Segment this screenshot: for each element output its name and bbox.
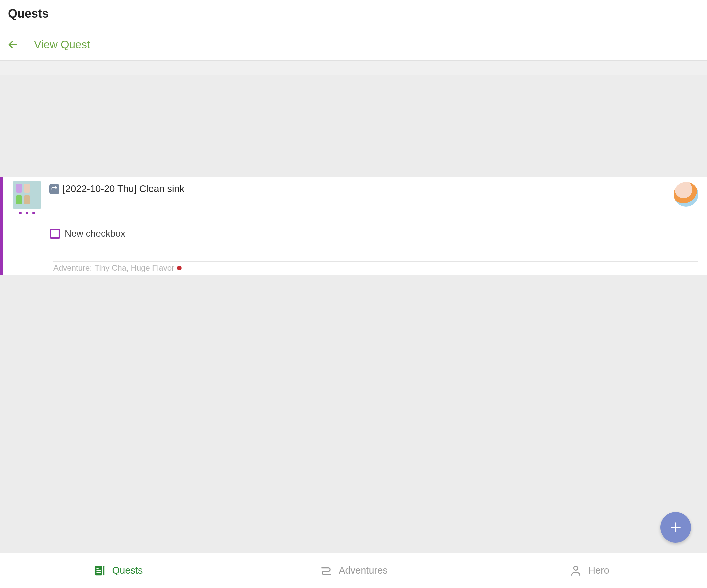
adventure-line[interactable]: Adventure: Tiny Cha, Huge Flavor [53, 263, 181, 273]
repeat-icon [49, 184, 59, 194]
nav-label-quests: Quests [112, 565, 143, 576]
nav-label-hero: Hero [588, 565, 609, 576]
subheader: View Quest [0, 29, 707, 61]
adventure-emoji-icon [177, 266, 181, 270]
svg-point-8 [574, 566, 578, 570]
nav-item-quests[interactable]: Quests [0, 553, 236, 588]
nav-label-adventures: Adventures [339, 565, 388, 576]
checkbox-row: New checkbox [3, 214, 707, 239]
quest-header: [2022-10-20 Thu] Clean sink [3, 177, 707, 214]
adventure-prefix: Adventure: [53, 263, 92, 273]
content-area: [2022-10-20 Thu] Clean sink New checkbox… [0, 75, 707, 553]
quest-thumb-wrap [13, 181, 41, 214]
hero-icon [569, 564, 582, 577]
svg-rect-7 [96, 572, 101, 573]
svg-rect-4 [103, 566, 104, 575]
quest-title-area: [2022-10-20 Thu] Clean sink [41, 181, 674, 194]
more-dots-icon[interactable] [19, 212, 35, 214]
page-header: Quests [0, 0, 707, 29]
nav-item-hero[interactable]: Hero [471, 553, 707, 588]
add-button[interactable] [660, 512, 691, 543]
quest-card[interactable]: [2022-10-20 Thu] Clean sink New checkbox… [0, 177, 707, 275]
back-arrow-icon[interactable] [7, 39, 18, 50]
task-checkbox-label: New checkbox [65, 228, 125, 239]
divider [53, 261, 698, 262]
task-checkbox[interactable] [50, 229, 60, 239]
svg-rect-5 [96, 568, 98, 569]
svg-rect-6 [96, 570, 101, 571]
quest-title: [2022-10-20 Thu] Clean sink [63, 183, 184, 194]
assignee-avatar[interactable] [674, 182, 698, 207]
nav-item-adventures[interactable]: Adventures [236, 553, 471, 588]
subheader-title: View Quest [34, 38, 90, 51]
quests-icon [93, 564, 106, 577]
bottom-nav: Quests Adventures Hero [0, 553, 707, 588]
page-title: Quests [8, 7, 699, 21]
adventures-icon [319, 564, 333, 577]
quest-thumbnail[interactable] [13, 181, 41, 209]
adventure-name: Tiny Cha, Huge Flavor [95, 263, 174, 273]
